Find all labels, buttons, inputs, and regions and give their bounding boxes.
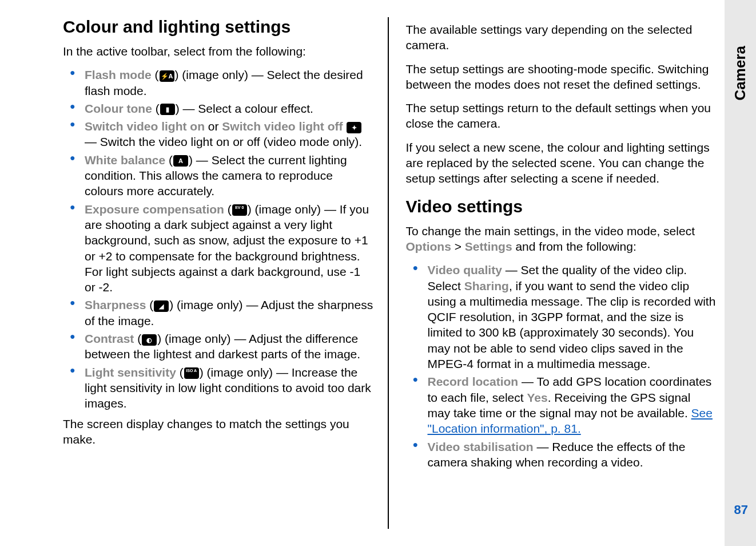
item-text: (image only) — If you are shooting a dar…: [85, 203, 369, 294]
video-settings-list: Video quality — Set the quality of the v…: [406, 262, 717, 470]
list-item: Switch video light on or Switch video li…: [63, 118, 373, 150]
iso-icon: ISO A: [184, 367, 199, 379]
item-text: — Select a colour effect.: [180, 102, 313, 115]
paragraph: The setup settings are shooting-mode spe…: [406, 61, 717, 93]
contrast-icon: ◐: [142, 334, 157, 346]
outro-text: The screen display changes to match the …: [63, 416, 373, 448]
video-light-icon: ✦: [347, 122, 361, 133]
list-item: Video quality — Set the quality of the v…: [406, 262, 717, 371]
item-label: Flash mode: [85, 68, 152, 81]
section-label: Camera: [731, 46, 749, 100]
item-label: Contrast: [85, 332, 134, 345]
left-column: Colour and lighting settings In the acti…: [63, 17, 389, 529]
video-intro: To change the main settings, in the vide…: [406, 223, 717, 255]
list-item: Contrast (◐) (image only) — Adjust the d…: [63, 331, 373, 362]
item-label: Switch video light off: [222, 120, 343, 133]
list-item: Colour tone (▮) — Select a colour effect…: [63, 101, 373, 116]
list-item: White balance (A) — Select the current l…: [63, 152, 373, 199]
item-label: Sharpness: [85, 298, 146, 311]
heading-video-settings: Video settings: [406, 197, 717, 216]
exposure-icon: EV 0: [232, 204, 247, 216]
yes-label: Yes: [527, 391, 547, 404]
section-side-tab: Camera 87: [725, 0, 756, 546]
item-label: Record location: [428, 375, 519, 388]
paragraph: The setup settings return to the default…: [406, 100, 717, 132]
item-label: Colour tone: [85, 102, 152, 115]
heading-colour-lighting: Colour and lighting settings: [63, 17, 373, 37]
item-label: Video quality: [428, 263, 502, 276]
paragraph: If you select a new scene, the colour an…: [406, 140, 717, 187]
item-text: — Switch the video light on or off (vide…: [85, 135, 362, 148]
intro-text: In the active toolbar, select from the f…: [63, 43, 373, 59]
paragraph: The available settings vary depending on…: [406, 22, 717, 53]
white-balance-icon: A: [173, 155, 188, 167]
item-label: Light sensitivity: [85, 366, 176, 379]
list-item: Record location — To add GPS location co…: [406, 374, 717, 436]
colour-tone-icon: ▮: [160, 104, 175, 115]
item-label: Switch video light on: [85, 120, 205, 133]
list-item: Sharpness (◢) (image only) — Adjust the …: [63, 297, 373, 329]
item-label: Exposure compensation: [85, 203, 224, 216]
sharpness-icon: ◢: [154, 300, 169, 312]
settings-label: Settings: [465, 240, 512, 253]
settings-list: Flash mode (⚡A) (image only) — Select th…: [63, 67, 373, 411]
flash-icon: ⚡A: [160, 70, 174, 82]
options-label: Options: [406, 240, 451, 253]
right-column: The available settings vary depending on…: [389, 17, 734, 529]
list-item: Exposure compensation (EV 0) (image only…: [63, 201, 373, 295]
page-number: 87: [734, 503, 748, 517]
sharing-label: Sharing: [464, 279, 509, 292]
list-item: Flash mode (⚡A) (image only) — Select th…: [63, 67, 373, 98]
item-label: Video stabilisation: [428, 440, 534, 453]
item-label: White balance: [85, 153, 165, 167]
list-item: Light sensitivity (ISO A) (image only) —…: [63, 365, 373, 412]
manual-page: Colour and lighting settings In the acti…: [0, 0, 756, 546]
list-item: Video stabilisation — Reduce the effects…: [406, 439, 717, 470]
